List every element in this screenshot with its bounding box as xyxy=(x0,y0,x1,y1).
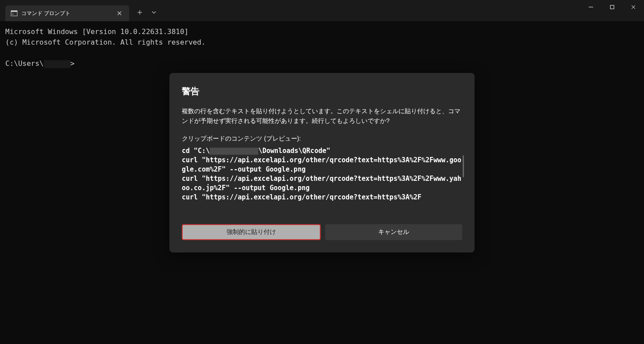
preview-scrollbar[interactable] xyxy=(463,155,464,177)
dialog-preview-content: cd "C:\\Downloads\QRcode" curl "https://… xyxy=(182,146,462,202)
redacted-path xyxy=(210,148,258,155)
force-paste-button[interactable]: 強制的に貼り付け xyxy=(182,224,321,240)
dialog-preview-label: クリップボードのコンテンツ (プレビュー): xyxy=(182,135,462,143)
dialog-message: 複数の行を含むテキストを貼り付けようとしています。このテキストをシェルに貼り付け… xyxy=(182,106,462,126)
cancel-button[interactable]: キャンセル xyxy=(325,224,462,240)
dialog-overlay: 警告 複数の行を含むテキストを貼り付けようとしています。このテキストをシェルに貼… xyxy=(0,0,644,344)
paste-warning-dialog: 警告 複数の行を含むテキストを貼り付けようとしています。このテキストをシェルに貼… xyxy=(169,73,475,252)
dialog-buttons: 強制的に貼り付け キャンセル xyxy=(182,224,462,240)
dialog-title: 警告 xyxy=(182,85,462,97)
